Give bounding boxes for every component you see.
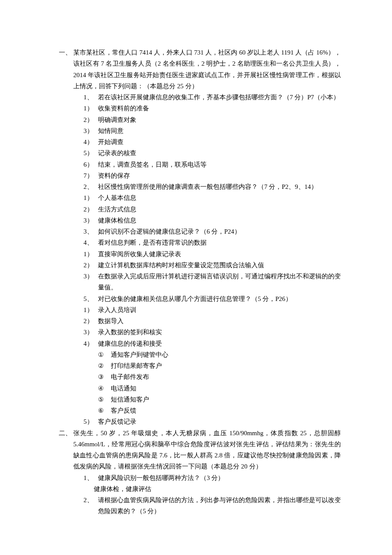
item-text: 在数据录入完成后应用计算机进行逻辑言错误识别，可通过编程序找出不和逻辑的的变量值… [98, 271, 341, 293]
item-marker: 4） [84, 136, 98, 147]
answer-text: 健康体检，健康评估 [73, 483, 341, 494]
item-text: 打印结果邮寄客户 [111, 360, 341, 371]
item-marker: 1） [84, 249, 98, 260]
item-marker: 3） [84, 215, 98, 226]
sub-item: ③电子邮件发布 [73, 371, 341, 382]
item-marker: 2、 [84, 494, 98, 506]
item-marker: 3） [84, 271, 98, 282]
section-intro: 张先生，50 岁，25 年吸烟史，本人无糖尿病，血压 150/90mmhg，体质… [73, 428, 341, 472]
item-marker: 5） [84, 147, 98, 159]
item-marker: 2） [84, 260, 98, 271]
item-marker: 1、 [84, 92, 98, 103]
question-item: 4、看对信息判断，是否有违背常识的数据 [73, 237, 341, 248]
item-marker: 5） [84, 416, 98, 427]
item-marker: 4） [84, 338, 98, 349]
item-text: 明确调查对象 [98, 114, 341, 125]
answer-item: 5）客户反馈记录 [73, 416, 341, 427]
item-text: 对已收集的健康相关信息从哪几个方面进行信息管理？（5 分，P26） [98, 293, 341, 304]
sub-item: ④电话通知 [73, 383, 341, 394]
question-item: 3、如何识别不合逻辑的健康信息记录？（6 分，P24） [73, 226, 341, 237]
item-text: 通知客户到键管中心 [111, 349, 341, 360]
item-text: 短信通知客户 [111, 394, 341, 405]
item-marker: 3、 [84, 226, 98, 237]
item-text: 健康风险识别一般包括哪两种方法？（3 分） [98, 472, 341, 483]
item-text: 客户反馈 [111, 405, 341, 416]
item-marker: 1、 [84, 472, 98, 483]
answer-item: 2）明确调查对象 [73, 114, 341, 125]
item-marker: 4、 [84, 237, 98, 248]
question-item: 1、若在该社区开展健康信息的收集工作，齐基本步骤包括哪些方面？（7 分）P7（小… [73, 92, 341, 103]
item-text: 建立计算机数据库结构时对相应变量设定范围或合法输入值 [98, 260, 341, 271]
answer-item: 4）健康信息的传递和接受 [73, 338, 341, 349]
item-text: 社区慢性病管理所使用的健康调查表一般包括哪些内容？（7 分，P2、9、14） [98, 181, 341, 192]
item-marker: ③ [98, 371, 111, 382]
item-marker: 1） [84, 103, 98, 114]
question-item: 1、健康风险识别一般包括哪两种方法？（3 分） [73, 472, 341, 483]
item-text: 客户反馈记录 [98, 416, 341, 427]
answer-item: 1）个人基本信息 [73, 192, 341, 203]
item-text: 看对信息判断，是否有违背常识的数据 [98, 237, 341, 248]
item-text: 录入人员培训 [98, 304, 341, 315]
item-text: 收集资料前的准备 [98, 103, 341, 114]
item-text: 生活方式信息 [98, 204, 341, 215]
question-item: 2、请根据心血管疾病风险评估的方法，列出参与评估的危险因素，并指出哪些是可以改变… [73, 494, 341, 517]
sub-item: ①通知客户到键管中心 [73, 349, 341, 360]
section-marker: 一、 [51, 47, 73, 58]
item-text: 录入数据的签到和核实 [98, 327, 341, 338]
item-text: 结束，调查员签名，日期，联系电话等 [98, 159, 341, 170]
item-marker: 5、 [84, 293, 98, 304]
item-marker: 6） [84, 159, 98, 170]
answer-item: 1）录入人员培训 [73, 304, 341, 315]
item-text: 个人基本信息 [98, 192, 341, 203]
item-marker: 3） [84, 327, 98, 338]
item-marker: ⑤ [98, 394, 111, 405]
answer-item: 1）直接审阅所收集人健康记录表 [73, 249, 341, 260]
answer-item: 5）记录表的核查 [73, 147, 341, 159]
item-marker: 1） [84, 304, 98, 315]
item-marker: ② [98, 360, 111, 371]
sub-item: ⑤短信通知客户 [73, 394, 341, 405]
item-text: 资料的保存 [98, 170, 341, 181]
item-text: 直接审阅所收集人健康记录表 [98, 249, 341, 260]
answer-item: 1）收集资料前的准备 [73, 103, 341, 114]
item-text: 健康信息的传递和接受 [98, 338, 341, 349]
item-text: 知情同意 [98, 125, 341, 136]
sub-item: ②打印结果邮寄客户 [73, 360, 341, 371]
section-marker: 二、 [51, 428, 73, 439]
answer-item: 3）健康体检信息 [73, 215, 341, 226]
item-text: 记录表的核查 [98, 147, 341, 159]
answer-item: 2）生活方式信息 [73, 204, 341, 215]
answer-item: 6）结束，调查员签名，日期，联系电话等 [73, 159, 341, 170]
item-marker: 2、 [84, 181, 98, 192]
item-marker: 2） [84, 315, 98, 327]
sub-item: ⑥客户反馈 [73, 405, 341, 416]
item-text: 如何识别不合逻辑的健康信息记录？（6 分，P24） [98, 226, 341, 237]
item-text: 若在该社区开展健康信息的收集工作，齐基本步骤包括哪些方面？（7 分）P7（小本） [98, 92, 341, 103]
item-marker: 7） [84, 170, 98, 181]
section-intro: 某市某社区，常住人口 7414 人，外来人口 731 人，社区内 60 岁以上老… [73, 47, 341, 92]
item-marker: 1） [84, 192, 98, 203]
answer-item: 2）数据导入 [73, 315, 341, 327]
question-item: 2、社区慢性病管理所使用的健康调查表一般包括哪些内容？（7 分，P2、9、14） [73, 181, 341, 192]
item-text: 电子邮件发布 [111, 371, 341, 382]
item-text: 请根据心血管疾病风险评估的方法，列出参与评估的危险因素，并指出哪些是可以改变危险… [98, 494, 341, 517]
answer-item: 2）建立计算机数据库结构时对相应变量设定范围或合法输入值 [73, 260, 341, 271]
item-marker: ① [98, 349, 111, 360]
answer-item: 3）录入数据的签到和核实 [73, 327, 341, 338]
item-marker: 2） [84, 114, 98, 125]
item-marker: ⑥ [98, 405, 111, 416]
item-marker: ④ [98, 383, 111, 394]
answer-item: 3）知情同意 [73, 125, 341, 136]
item-text: 数据导入 [98, 315, 341, 327]
item-marker: 2） [84, 204, 98, 215]
answer-item: 4）开始调查 [73, 136, 341, 147]
item-marker: 3） [84, 125, 98, 136]
item-text: 健康体检信息 [98, 215, 341, 226]
item-text: 电话通知 [111, 383, 341, 394]
question-item: 5、对已收集的健康相关信息从哪几个方面进行信息管理？（5 分，P26） [73, 293, 341, 304]
answer-item: 3）在数据录入完成后应用计算机进行逻辑言错误识别，可通过编程序找出不和逻辑的的变… [73, 271, 341, 293]
item-text: 开始调查 [98, 136, 341, 147]
answer-item: 7）资料的保存 [73, 170, 341, 181]
